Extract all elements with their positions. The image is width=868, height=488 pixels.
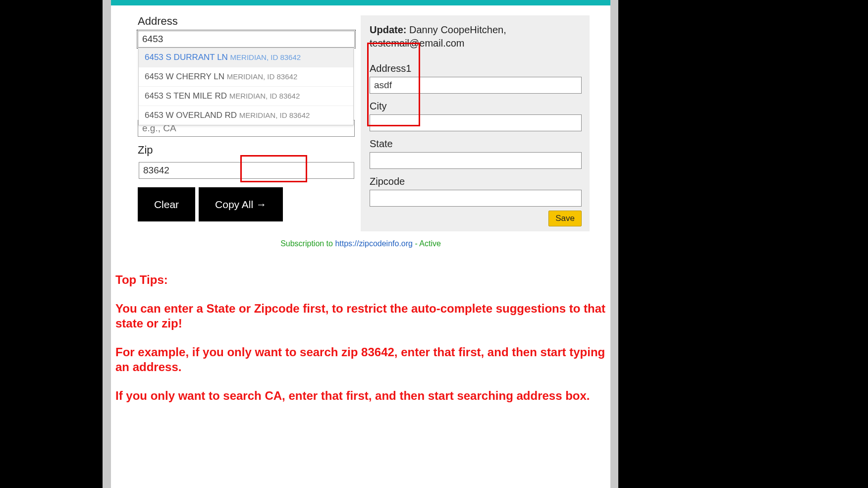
- update-prefix: Update:: [370, 24, 406, 35]
- city-label: City: [370, 101, 581, 112]
- save-button[interactable]: Save: [548, 211, 582, 226]
- tips-p1: You can enter a State or Zipcode first, …: [115, 301, 606, 331]
- address-label: Address: [138, 15, 356, 28]
- state-label: State: [370, 138, 581, 150]
- autocomplete-location: MERIDIAN, ID 83642: [239, 111, 310, 119]
- clear-button[interactable]: Clear: [138, 187, 195, 221]
- address-autocomplete-dropdown: 6453 S DURRANT LN MERIDIAN, ID 836426453…: [138, 48, 354, 125]
- update-name: Danny CoopeHitchen,: [409, 24, 506, 35]
- zip-label: Zip: [138, 144, 153, 157]
- tips-title: Top Tips:: [115, 272, 606, 287]
- tips-section: Top Tips: You can enter a State or Zipco…: [115, 272, 606, 403]
- update-heading: Update: Danny CoopeHitchen, testemail@em…: [370, 23, 581, 50]
- subscription-status: Subscription to https://zipcodeinfo.org …: [111, 239, 610, 248]
- autocomplete-item[interactable]: 6453 W CHERRY LN MERIDIAN, ID 83642: [139, 67, 353, 86]
- page-container: Address 6453 S DURRANT LN MERIDIAN, ID 8…: [111, 0, 610, 488]
- autocomplete-item[interactable]: 6453 S DURRANT LN MERIDIAN, ID 83642: [139, 48, 353, 67]
- button-row: Clear Copy All →: [138, 187, 283, 221]
- subscription-suffix: - Active: [413, 239, 441, 248]
- autocomplete-location: MERIDIAN, ID 83642: [229, 92, 300, 100]
- tips-p2: For example, if you only want to search …: [115, 345, 606, 375]
- state-right-input[interactable]: [370, 152, 582, 169]
- autocomplete-item[interactable]: 6453 W OVERLAND RD MERIDIAN, ID 83642: [139, 106, 353, 125]
- update-email: testemail@email.com: [370, 38, 464, 49]
- autocomplete-street: 6453 S DURRANT LN: [145, 53, 230, 62]
- subscription-link[interactable]: https://zipcodeinfo.org: [335, 239, 413, 248]
- address-input[interactable]: [138, 31, 355, 48]
- autocomplete-street: 6453 S TEN MILE RD: [145, 91, 229, 101]
- zipcode-label: Zipcode: [370, 176, 581, 187]
- left-address-column: Address: [138, 15, 356, 48]
- update-panel: Update: Danny CoopeHitchen, testemail@em…: [361, 15, 590, 231]
- autocomplete-location: MERIDIAN, ID 83642: [230, 53, 301, 61]
- address1-input[interactable]: [370, 77, 582, 94]
- copy-all-button[interactable]: Copy All →: [199, 187, 283, 221]
- autocomplete-location: MERIDIAN, ID 83642: [227, 72, 298, 81]
- zip-input[interactable]: [139, 162, 354, 179]
- address1-label: Address1: [370, 63, 581, 74]
- city-input[interactable]: [370, 114, 582, 131]
- zipcode-input[interactable]: [370, 190, 582, 207]
- autocomplete-street: 6453 W OVERLAND RD: [145, 110, 239, 120]
- autocomplete-item[interactable]: 6453 S TEN MILE RD MERIDIAN, ID 83642: [139, 86, 353, 106]
- tips-p3: If you only want to search CA, enter tha…: [115, 388, 606, 403]
- autocomplete-street: 6453 W CHERRY LN: [145, 72, 227, 81]
- subscription-prefix: Subscription to: [280, 239, 335, 248]
- top-accent-bar: [111, 0, 610, 5]
